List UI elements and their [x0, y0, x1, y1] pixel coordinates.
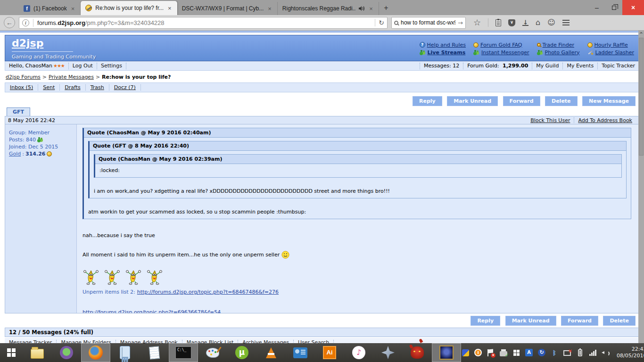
my-guild-item[interactable]: My Guild	[532, 63, 562, 69]
taskbar-display-settings[interactable]	[286, 343, 315, 362]
minimize-button[interactable]: –	[588, 0, 605, 15]
taskbar-notepad[interactable]	[140, 343, 169, 362]
new-tab-button[interactable]: +	[379, 2, 393, 15]
search-bar[interactable]: →	[391, 17, 466, 29]
restore-button[interactable]	[605, 0, 622, 15]
taskbar-illustrator[interactable]: Ai	[315, 343, 344, 362]
taskbar-firefox[interactable]	[81, 343, 110, 362]
tray-language-icon[interactable]: A	[525, 348, 533, 357]
taskbar-vlc[interactable]	[256, 343, 286, 362]
mark-unread-button[interactable]: Mark Unread	[505, 316, 556, 326]
tab-facebook[interactable]: f (1) Facebook ×	[19, 2, 81, 15]
my-guild-link[interactable]: My Guild	[536, 63, 559, 69]
link-label[interactable]: Ladder Slasher	[595, 49, 634, 56]
home-icon[interactable]: ⌂	[536, 19, 540, 26]
tray-network-icon[interactable]	[588, 348, 597, 357]
header-link-instant-messenger[interactable]: Instant Messenger	[473, 49, 529, 56]
tab-reggae-radio[interactable]: Rightonscales Reggae Radi... ×	[278, 2, 379, 15]
menu-hamburger-icon[interactable]	[562, 20, 570, 21]
topic-link-1[interactable]: http://forums.d2jsp.org/topic.php?t=6846…	[137, 289, 279, 295]
link-label[interactable]: Live Streams	[428, 49, 466, 56]
tray-printer-icon[interactable]	[499, 348, 508, 357]
folder-tab-drafts[interactable]: Drafts	[60, 84, 85, 90]
header-link-photo-gallery[interactable]: Photo Gallery	[537, 49, 580, 56]
block-user-link[interactable]: Block This User	[527, 117, 574, 123]
header-link-hourly-raffle[interactable]: Hourly Raffle	[587, 42, 628, 48]
scrollbar-thumb[interactable]	[639, 38, 644, 156]
taskbar-tor-browser[interactable]	[52, 343, 81, 362]
sender-tab[interactable]: GFT	[7, 107, 30, 116]
folder-label[interactable]: Trash	[91, 84, 104, 90]
topic-link-2[interactable]: http://forums.d2jsp.org/topic.php?t=6963…	[83, 309, 221, 313]
folder-label[interactable]: Drafts	[65, 84, 80, 90]
scroll-up-arrow[interactable]: ^	[638, 31, 644, 37]
settings-item[interactable]: Settings	[97, 63, 126, 69]
mark-unread-button[interactable]: Mark Unread	[447, 96, 498, 106]
delete-button[interactable]: Delete	[603, 316, 636, 326]
folder-label[interactable]: Docz (7)	[114, 84, 136, 90]
folder-tab-docz[interactable]: Docz (7)	[109, 84, 141, 90]
header-link-live-streams[interactable]: Live Streams	[420, 49, 466, 56]
page-scrollbar[interactable]: ^	[638, 31, 644, 343]
delete-button[interactable]: Delete	[545, 96, 578, 106]
tray-action-center-icon[interactable]	[487, 348, 495, 357]
url-bar[interactable]: i forums.d2jsp.org/pm.php?c=3&m=32403422…	[19, 17, 388, 29]
tab-d2jsp-active[interactable]: Re:how is your top life? fr... ×	[81, 1, 177, 15]
link-label[interactable]: Forum Gold FAQ	[480, 42, 522, 48]
forward-button[interactable]: Forward	[503, 96, 540, 106]
logout-item[interactable]: Log Out	[69, 63, 97, 69]
tray-sync-icon[interactable]: ↻	[537, 348, 546, 357]
link-label[interactable]: Photo Gallery	[545, 49, 580, 56]
breadcrumb-link-forums[interactable]: d2jsp Forums	[6, 74, 41, 80]
taskbar-itunes[interactable]: ♪	[344, 343, 373, 362]
header-link-help-and-rules[interactable]: ?Help and Rules	[420, 42, 466, 48]
taskbar-starcraft[interactable]	[373, 343, 403, 362]
add-address-book-link[interactable]: Add To Address Book	[574, 117, 636, 123]
folder-tab-inbox[interactable]: Inbox (5)	[5, 84, 38, 90]
logout-link[interactable]: Log Out	[73, 63, 93, 69]
tray-battery-icon[interactable]	[576, 348, 584, 357]
forward-button[interactable]: Forward	[561, 316, 598, 326]
reply-button[interactable]: Reply	[413, 96, 442, 106]
taskbar-utorrent[interactable]: µ	[227, 343, 256, 362]
topic-tracker-item[interactable]: Topic Tracker	[597, 63, 639, 69]
taskbar-paint[interactable]	[198, 343, 227, 362]
folder-label[interactable]: Inbox (5)	[10, 84, 33, 90]
reload-button[interactable]: ↻	[375, 19, 384, 26]
taskbar-diablo2[interactable]	[432, 343, 461, 362]
taskbar-command-prompt[interactable]: C:\_	[169, 343, 198, 362]
search-input[interactable]	[401, 19, 455, 26]
tab-close-icon[interactable]: ×	[368, 5, 374, 12]
tray-display-disconnected-icon[interactable]	[563, 348, 571, 357]
tray-update-clock-icon[interactable]	[474, 348, 482, 357]
taskbar-file-explorer[interactable]	[23, 343, 52, 362]
folder-tab-sent[interactable]: Sent	[38, 84, 60, 90]
my-events-item[interactable]: My Events	[562, 63, 597, 69]
pocket-icon[interactable]: ∨	[508, 19, 515, 26]
new-message-button[interactable]: New Message	[582, 96, 636, 106]
tab-close-icon[interactable]: ×	[167, 5, 173, 12]
folder-tab-trash[interactable]: Trash	[86, 84, 109, 90]
reply-button[interactable]: Reply	[471, 316, 500, 326]
link-label[interactable]: Hourly Raffle	[594, 42, 628, 48]
downloads-icon[interactable]: ↓	[522, 20, 528, 26]
page-info-icon[interactable]: i	[22, 19, 29, 26]
tray-catalyst-icon[interactable]	[461, 348, 470, 357]
tray-bluetooth-icon[interactable]: ᛒ	[550, 348, 559, 357]
tab-close-icon[interactable]: ×	[70, 5, 76, 12]
my-events-link[interactable]: My Events	[567, 63, 594, 69]
tray-volume-icon[interactable]	[601, 348, 610, 357]
tray-windows-icon[interactable]	[512, 348, 520, 357]
back-button[interactable]: ←	[4, 17, 15, 28]
hello-smiley-icon[interactable]: ☺	[547, 19, 555, 26]
header-link-trade-finder[interactable]: Trade Finder	[537, 42, 574, 48]
gold-link[interactable]: Gold	[9, 150, 21, 157]
tab-close-icon[interactable]: ×	[267, 5, 272, 12]
link-label[interactable]: Instant Messenger	[481, 49, 529, 56]
taskbar-diablo[interactable]	[403, 343, 432, 362]
header-link-forum-gold-faq[interactable]: Forum Gold FAQ	[473, 42, 522, 48]
link-label[interactable]: Trade Finder	[543, 42, 574, 48]
start-button[interactable]	[0, 343, 23, 362]
audio-playing-icon[interactable]	[359, 6, 365, 11]
header-link-ladder-slasher[interactable]: Ladder Slasher	[587, 49, 634, 56]
